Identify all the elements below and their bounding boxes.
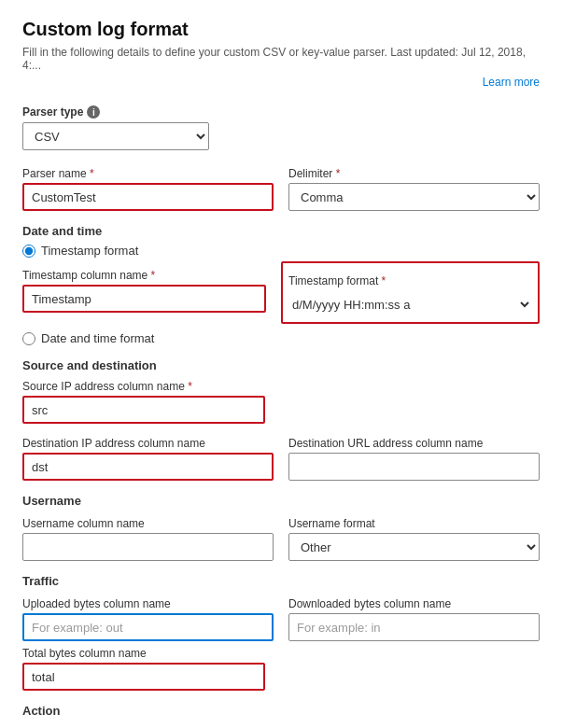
uploaded-bytes-input[interactable] — [22, 613, 274, 641]
date-time-heading: Date and time — [22, 224, 540, 238]
downloaded-bytes-input[interactable] — [288, 613, 540, 641]
dest-url-label: Destination URL address column name — [288, 437, 540, 450]
action-heading: Action — [22, 704, 540, 718]
source-dest-heading: Source and destination — [22, 358, 540, 372]
date-time-format-radio[interactable]: Date and time format — [22, 331, 540, 345]
delimiter-label: Delimiter — [288, 167, 540, 180]
username-format-label: Username format — [288, 517, 540, 530]
timestamp-col-input[interactable] — [22, 285, 266, 313]
delimiter-select[interactable]: Comma — [288, 183, 540, 211]
username-format-select[interactable]: Other domain\user user@domain — [288, 533, 540, 561]
parser-type-label: Parser type — [22, 105, 83, 119]
parser-type-select[interactable]: CSV — [22, 122, 209, 150]
page-subtitle: Fill in the following details to define … — [22, 46, 540, 72]
dest-ip-input[interactable] — [22, 453, 274, 481]
traffic-heading: Traffic — [22, 574, 540, 588]
page-title: Custom log format — [22, 19, 540, 40]
parser-name-input[interactable] — [22, 183, 274, 211]
downloaded-bytes-label: Downloaded bytes column name — [288, 597, 540, 610]
timestamp-format-radio[interactable]: Timestamp format — [22, 244, 540, 258]
username-col-label: Username column name — [22, 517, 274, 530]
uploaded-bytes-label: Uploaded bytes column name — [22, 597, 274, 610]
username-col-input[interactable] — [22, 533, 274, 561]
parser-type-info-icon: i — [87, 105, 100, 119]
source-ip-label: Source IP address column name — [22, 380, 540, 393]
timestamp-col-label: Timestamp column name — [22, 269, 266, 282]
dest-url-input[interactable] — [288, 453, 540, 481]
username-heading: Username — [22, 494, 540, 508]
parser-name-label: Parser name — [22, 167, 274, 180]
dest-ip-label: Destination IP address column name — [22, 437, 274, 450]
learn-more-link[interactable]: Learn more — [483, 76, 540, 89]
source-ip-input[interactable] — [22, 396, 265, 424]
timestamp-format-label: Timestamp format — [288, 274, 532, 287]
timestamp-format-select[interactable]: d/M/yyyy HH:mm:ss a — [288, 290, 532, 318]
total-bytes-input[interactable] — [22, 663, 265, 691]
total-bytes-label: Total bytes column name — [22, 647, 540, 660]
